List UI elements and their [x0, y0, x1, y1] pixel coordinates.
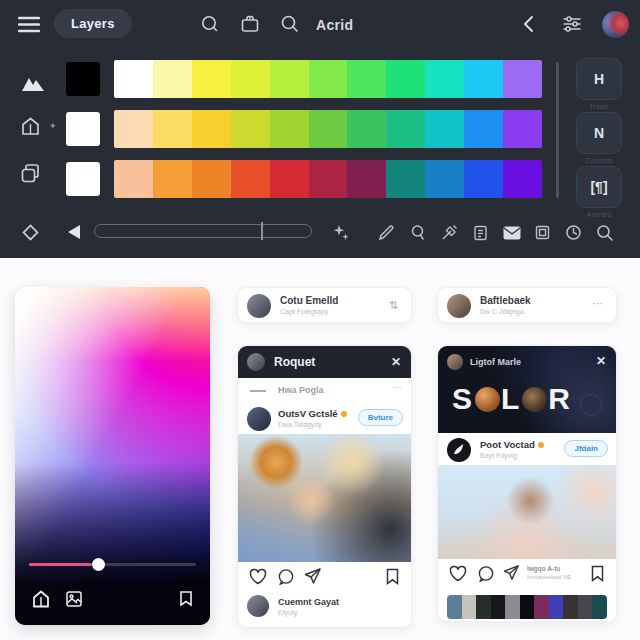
color-gradient-field[interactable] — [15, 287, 210, 625]
color-swatch[interactable] — [503, 110, 542, 148]
color-swatch[interactable] — [231, 60, 270, 98]
hamburger-icon[interactable] — [18, 16, 40, 33]
comment-icon[interactable] — [277, 568, 295, 585]
color-swatch[interactable] — [578, 595, 593, 619]
stars-settings-icon[interactable] — [332, 224, 350, 242]
like-icon[interactable] — [449, 565, 467, 582]
lead-swatch-white-2[interactable] — [66, 162, 100, 196]
color-swatch[interactable] — [309, 60, 348, 98]
color-swatch[interactable] — [549, 595, 564, 619]
color-swatch[interactable] — [347, 60, 386, 98]
color-swatch[interactable] — [270, 60, 309, 98]
color-swatch[interactable] — [464, 60, 503, 98]
clock-icon[interactable] — [565, 224, 582, 241]
mountains-icon[interactable] — [20, 74, 46, 93]
color-swatch[interactable] — [534, 595, 549, 619]
diamond-icon[interactable] — [21, 223, 40, 242]
sync-icon[interactable]: ⇅ — [389, 299, 399, 312]
color-swatch[interactable] — [425, 160, 464, 198]
close-icon[interactable]: ✕ — [391, 355, 401, 369]
color-swatch[interactable] — [114, 110, 153, 148]
color-swatch[interactable] — [153, 110, 192, 148]
color-swatch[interactable] — [153, 160, 192, 198]
extracted-palette-strip[interactable] — [447, 595, 607, 619]
pencil-icon[interactable] — [378, 224, 395, 241]
color-swatch[interactable] — [503, 60, 542, 98]
contact-card-left[interactable]: Cotu Emelld Capt Fotegrapy ⇅ — [237, 287, 412, 323]
sidebar-button-1[interactable]: H — [576, 58, 622, 100]
pen-icon[interactable] — [441, 224, 458, 241]
color-swatch[interactable] — [192, 60, 231, 98]
color-swatch[interactable] — [192, 160, 231, 198]
user-avatar[interactable] — [602, 11, 629, 38]
more-menu-icon[interactable]: ⋯ — [393, 383, 401, 392]
color-swatch[interactable] — [114, 160, 153, 198]
search-circle-icon[interactable] — [200, 14, 220, 34]
color-swatch[interactable] — [347, 160, 386, 198]
play-left-icon[interactable] — [66, 224, 82, 240]
film-icon[interactable] — [65, 590, 83, 608]
lead-swatch-white-1[interactable] — [66, 112, 100, 146]
color-picker-panel[interactable] — [15, 287, 210, 625]
color-swatch[interactable] — [476, 595, 491, 619]
color-swatch[interactable] — [520, 595, 535, 619]
color-swatch[interactable] — [425, 110, 464, 148]
copy-icon[interactable] — [20, 163, 41, 184]
color-swatch[interactable] — [462, 595, 477, 619]
sidebar-button-2[interactable]: N — [576, 112, 622, 154]
clipboard-icon[interactable] — [472, 224, 489, 241]
lead-swatch-black[interactable] — [66, 62, 100, 96]
frame-icon[interactable] — [534, 224, 551, 241]
search-small-icon[interactable] — [410, 224, 427, 241]
post-photo[interactable] — [238, 434, 411, 562]
tune-icon[interactable] — [562, 14, 582, 34]
color-swatch[interactable] — [464, 110, 503, 148]
color-swatch[interactable] — [231, 110, 270, 148]
vertical-scrollbar[interactable] — [556, 62, 559, 198]
chevron-left-icon[interactable] — [520, 15, 538, 33]
color-swatch[interactable] — [309, 110, 348, 148]
mail-icon[interactable] — [503, 226, 521, 240]
more-menu-icon[interactable]: ⋯ — [592, 297, 604, 310]
color-swatch[interactable] — [386, 160, 425, 198]
bookmark-icon[interactable] — [178, 590, 194, 607]
drag-handle[interactable] — [250, 390, 266, 392]
color-swatch[interactable] — [464, 160, 503, 198]
color-swatch[interactable] — [491, 595, 506, 619]
close-icon[interactable]: ✕ — [596, 354, 606, 368]
follow-button[interactable]: Bvture — [358, 409, 403, 426]
slider-handle[interactable] — [261, 222, 263, 240]
color-swatch[interactable] — [386, 60, 425, 98]
sidebar-button-3[interactable]: [¶] — [576, 166, 622, 208]
search-icon-2[interactable] — [596, 224, 614, 242]
follow-button[interactable]: Jfdain — [564, 440, 608, 457]
color-swatch[interactable] — [270, 110, 309, 148]
post-photo[interactable] — [438, 465, 616, 559]
like-icon[interactable] — [249, 568, 267, 585]
color-swatch[interactable] — [425, 60, 464, 98]
color-swatch[interactable] — [505, 595, 520, 619]
color-swatch[interactable] — [270, 160, 309, 198]
color-swatch[interactable] — [114, 60, 153, 98]
home-icon[interactable] — [20, 116, 41, 137]
color-swatch[interactable] — [309, 160, 348, 198]
color-swatch[interactable] — [503, 160, 542, 198]
comment-icon[interactable] — [477, 565, 495, 582]
color-swatch[interactable] — [386, 110, 425, 148]
color-swatch[interactable] — [231, 160, 270, 198]
share-icon[interactable] — [304, 568, 322, 585]
layers-button[interactable]: Layers — [54, 9, 132, 38]
home-icon[interactable] — [31, 589, 51, 609]
color-swatch[interactable] — [592, 595, 607, 619]
color-swatch[interactable] — [563, 595, 578, 619]
bookmark-icon[interactable] — [590, 565, 605, 582]
bookmark-icon[interactable] — [385, 568, 400, 585]
color-swatch[interactable] — [347, 110, 386, 148]
hue-slider[interactable] — [29, 563, 196, 566]
briefcase-icon[interactable] — [240, 14, 260, 34]
search-icon[interactable] — [280, 14, 300, 34]
color-swatch[interactable] — [447, 595, 462, 619]
share-icon[interactable] — [503, 565, 520, 581]
timeline-slider[interactable] — [94, 224, 312, 238]
color-swatch[interactable] — [153, 60, 192, 98]
